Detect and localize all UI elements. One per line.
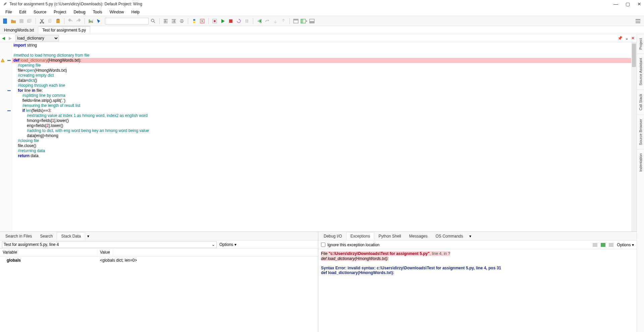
stack-row[interactable]: globals<globals dict; len=0> [0,257,318,264]
menu-file[interactable]: File [2,9,15,15]
code-line[interactable]: #returning data [12,148,631,153]
code-line[interactable]: #opening file [12,63,631,68]
menu-edit[interactable]: Edit [16,9,30,15]
file-tab[interactable]: HmongWords.txt [0,26,38,34]
code-line[interactable]: data[eng]=hmong [12,133,631,138]
indent-right-icon[interactable] [162,18,169,24]
restart-icon[interactable] [235,18,242,24]
right-panel-more-icon[interactable]: ▾ [467,234,473,239]
side-tab-project[interactable]: Project [638,34,643,54]
code-line[interactable]: #closing file [12,138,631,143]
file-tab[interactable]: Test for assignment 5.py [38,26,90,34]
right-tab-python-shell[interactable]: Python Shell [374,233,405,240]
exc-view-icon-3[interactable] [609,243,613,247]
maximize-button[interactable]: ▢ [626,1,630,7]
menu-debug[interactable]: Debug [70,9,89,15]
right-tab-os-commands[interactable]: OS Commands [432,233,467,240]
step-over-icon[interactable] [264,18,271,24]
debug-config-icon[interactable] [199,18,206,24]
stack-location-select[interactable]: Test for assignment 5.py, line 4⌄ [2,241,217,248]
left-panel-more-icon[interactable]: ▾ [85,234,91,239]
python-icon[interactable] [191,18,198,24]
side-tab-indentation[interactable]: Indentation [638,149,643,176]
copy-icon[interactable] [47,18,53,24]
right-tab-debug-i-o[interactable]: Debug I/O [320,233,346,240]
right-options-button[interactable]: Options ▾ [617,243,634,247]
step-out-icon[interactable] [272,18,279,24]
indent-left-icon[interactable] [170,18,177,24]
pin-icon[interactable]: 📌 [618,36,623,41]
vertical-scrollbar[interactable] [631,42,637,231]
layout-icon-3[interactable] [309,18,315,24]
save-icon[interactable] [18,18,25,24]
close-button[interactable]: ✕ [637,1,641,7]
code-line[interactable]: #adding to dict, with eng word being key… [12,128,631,133]
open-file-icon[interactable] [10,18,17,24]
code-line[interactable]: def load_dictionary(HmongWords.txt): [12,58,631,63]
left-tab-search-in-files[interactable]: Search in Files [1,233,36,240]
side-tab-source-assistant[interactable]: Source Assistant [638,54,643,89]
save-all-icon[interactable] [26,18,33,24]
step-into-icon[interactable] [256,18,263,24]
run-icon[interactable] [219,18,226,24]
ignore-exception-checkbox[interactable] [321,243,325,247]
code-line[interactable]: #creating empty dict [12,73,631,78]
code-line[interactable]: fields=line.strip().split(',') [12,98,631,103]
left-tab-stack-data[interactable]: Stack Data [57,232,85,240]
eval-icon[interactable] [88,18,94,24]
redo-icon[interactable] [75,18,82,24]
layout-icon-1[interactable] [292,18,299,24]
menu-tools[interactable]: Tools [90,9,106,15]
code-line[interactable]: file=open(HmongWords.txt) [12,68,631,73]
close-editor-icon[interactable]: ✕ [631,36,635,41]
code-line[interactable]: data=dict() [12,78,631,83]
code-line[interactable]: #looping through each line [12,83,631,88]
code-line[interactable]: #splitting line by comma [12,93,631,98]
right-tab-messages[interactable]: Messages [405,233,432,240]
menu-window[interactable]: Window [106,9,127,15]
layout-icon-2[interactable] [301,18,307,24]
paste-icon[interactable] [55,18,61,24]
undo-icon[interactable] [67,18,74,24]
left-options-button[interactable]: Options ▾ [219,242,236,247]
search-input[interactable] [105,18,149,24]
goto-cursor-icon[interactable] [96,18,102,24]
code-line[interactable]: for line in file: [12,88,631,93]
nav-back-icon[interactable]: ◀ [2,36,7,41]
stop-icon[interactable] [227,18,234,24]
search-icon[interactable] [150,18,157,24]
fold-marker[interactable]: ▬ [7,88,11,92]
code-line[interactable]: import string [12,43,631,48]
error-marker-icon[interactable] [1,58,5,62]
chevron-down-icon[interactable]: ⌄ [625,36,629,41]
nav-forward-icon[interactable]: ▶ [9,36,13,41]
menu-help[interactable]: Help [128,9,143,15]
exc-view-icon-2[interactable] [601,243,605,247]
side-tab-call-stack[interactable]: Call Stack [638,90,643,115]
code-line[interactable] [12,48,631,53]
fold-marker[interactable]: ▬ [7,108,11,112]
cut-icon[interactable] [39,18,45,24]
code-line[interactable]: eng=fields[2].lower() [12,123,631,128]
minimize-button[interactable]: — [613,1,618,7]
step-return-icon[interactable] [280,18,287,24]
exc-view-icon-1[interactable] [593,243,597,247]
editor-gutter[interactable]: ▬▬▬ [0,42,12,231]
code-line[interactable]: file.close() [12,143,631,148]
code-line[interactable]: if len(fields)==3: [12,108,631,113]
menu-source[interactable]: Source [30,9,50,15]
side-tab-source-browser[interactable]: Source Browser [638,115,643,149]
symbol-selector[interactable]: load_dictionary [15,35,59,42]
fold-marker[interactable]: ▬ [7,58,11,62]
code-line[interactable]: #method to load hmong dictionary from fi… [12,53,631,58]
right-tab-exceptions[interactable]: Exceptions [346,232,375,240]
menu-project[interactable]: Project [50,9,69,15]
align-icon[interactable] [178,18,185,24]
exception-output[interactable]: File "c:\Users\dirzy\Downloads\Test for … [318,249,637,332]
stack-rows[interactable]: globals<globals dict; len=0> [0,257,318,332]
code-line[interactable]: return data [12,153,631,158]
code-line[interactable]: hmong=fields[1].lower() [12,118,631,123]
pause-icon[interactable] [244,18,250,24]
hamburger-menu-icon[interactable] [635,19,641,23]
code-editor[interactable]: import string #method to load hmong dict… [12,42,631,231]
